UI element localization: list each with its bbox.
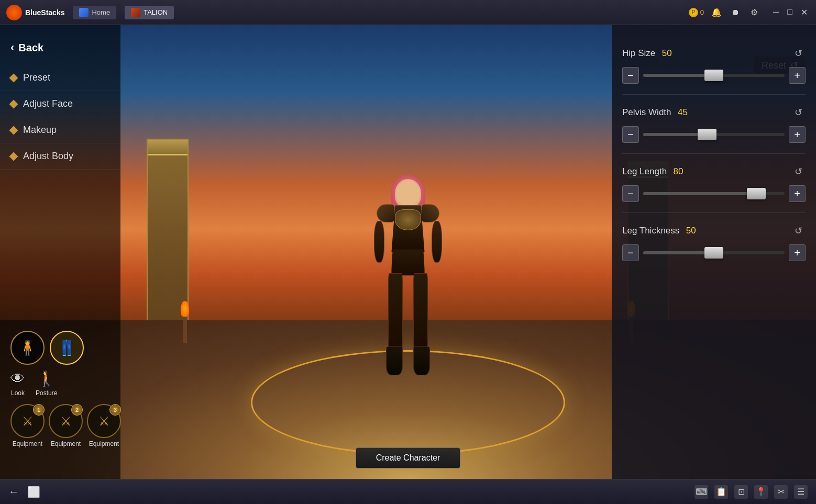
equipment-icon-3: ⚔ 3 [87, 404, 121, 438]
equipment-label-1: Equipment [13, 440, 42, 447]
leg-length-minus-button[interactable]: − [622, 185, 639, 202]
pants-avatar-icon: 👖 [58, 339, 76, 356]
pelvis-width-thumb [698, 129, 716, 140]
back-button[interactable]: ‹ Back [0, 36, 120, 65]
tab-talion[interactable]: TALION [125, 6, 174, 19]
posture-icon: 🚶 [37, 370, 56, 387]
create-character-button[interactable]: Create Character [356, 447, 460, 468]
char-shoulder-right [421, 204, 439, 222]
hip-size-reset-button[interactable]: ↺ [791, 46, 806, 61]
hip-size-thumb [704, 70, 723, 81]
char-waist [391, 250, 425, 276]
record-icon[interactable]: ⏺ [729, 6, 742, 19]
slider-label-row-hip: Hip Size 50 [622, 48, 672, 59]
torch-body-left [183, 317, 187, 343]
torch-flame-left [181, 301, 189, 317]
bottom-left-nav: ← ⬜ [8, 486, 40, 498]
slider-group-leg-length: Leg Length 80 ↺ − + [622, 154, 806, 202]
slider-group-pelvis-width: Pelvis Width 45 ↺ − + [622, 95, 806, 143]
hip-size-slider-track[interactable] [643, 74, 785, 77]
hip-size-minus-button[interactable]: − [622, 67, 639, 84]
game-tab-icon [131, 8, 140, 17]
tab-home[interactable]: Home [73, 6, 116, 19]
adjust-body-diamond-icon [9, 152, 18, 161]
adjust-body-label: Adjust Body [23, 151, 73, 162]
tab-talion-label: TALION [144, 8, 168, 16]
left-sidebar: ‹ Back Preset Adjust Face Makeup Adjust … [0, 25, 120, 479]
pelvis-width-reset-button[interactable]: ↺ [791, 105, 806, 120]
close-button[interactable]: ✕ [799, 7, 810, 17]
leg-length-reset-button[interactable]: ↺ [791, 164, 806, 179]
leg-length-plus-button[interactable]: + [789, 185, 806, 202]
leg-length-thumb [747, 188, 766, 199]
preset-diamond-icon [9, 73, 18, 82]
leg-thickness-minus-button[interactable]: − [622, 244, 639, 261]
look-posture-group: 👁 Look 🚶 Posture [10, 370, 121, 397]
slider-header-leg-length: Leg Length 80 ↺ [622, 164, 806, 179]
home-nav-icon[interactable]: ⬜ [27, 486, 40, 498]
notification-icon[interactable]: 🔔 [710, 6, 723, 19]
look-button[interactable]: 👁 Look [10, 370, 25, 397]
char-leg-left [388, 273, 403, 352]
topbar-right-icons: P 0 🔔 ⏺ ⚙ ─ □ ✕ [689, 6, 810, 19]
body-avatar-button[interactable]: 🧍 [10, 331, 45, 365]
char-boot-left [386, 346, 403, 375]
menu-icon[interactable]: ☰ [794, 485, 808, 499]
screen-icon[interactable]: ⊡ [734, 485, 748, 499]
character-figure [361, 179, 455, 388]
slider-header-leg-thickness: Leg Thickness 50 ↺ [622, 223, 806, 238]
coin-icon: P [689, 8, 698, 17]
look-icon: 👁 [10, 370, 25, 387]
leg-length-label: Leg Length [622, 166, 667, 176]
equipment-item-1[interactable]: ⚔ 1 Equipment [10, 404, 45, 447]
pelvis-width-slider-track[interactable] [643, 133, 785, 136]
coin-count: 0 [700, 8, 704, 16]
leg-length-slider-track[interactable] [643, 192, 785, 195]
equipment-item-2[interactable]: ⚔ 2 Equipment [49, 404, 83, 447]
slider-label-row-leg-length: Leg Length 80 [622, 166, 683, 177]
equipment-badge-3: 3 [109, 404, 121, 416]
posture-label: Posture [36, 389, 57, 397]
posture-button[interactable]: 🚶 Posture [36, 370, 57, 397]
makeup-diamond-icon [9, 126, 18, 135]
pin-icon[interactable]: 📍 [754, 485, 768, 499]
menu-item-makeup[interactable]: Makeup [0, 117, 120, 143]
window-controls: ─ □ ✕ [771, 7, 810, 17]
hip-size-plus-button[interactable]: + [789, 67, 806, 84]
clipboard-icon[interactable]: 📋 [714, 485, 728, 499]
leg-thickness-slider-track[interactable] [643, 251, 785, 254]
leg-length-controls: − + [622, 185, 806, 202]
maximize-button[interactable]: □ [785, 7, 795, 17]
scissors-icon[interactable]: ✂ [774, 485, 788, 499]
pelvis-width-minus-button[interactable]: − [622, 126, 639, 143]
coin-badge: P 0 [689, 8, 704, 17]
menu-item-adjust-body[interactable]: Adjust Body [0, 143, 120, 170]
bluestacks-topbar: BlueStacks Home TALION P 0 🔔 ⏺ ⚙ ─ □ ✕ [0, 0, 816, 25]
bottom-left-controls: 🧍 👖 👁 Look 🚶 Posture [10, 331, 121, 447]
back-arrow-icon: ‹ [10, 41, 14, 54]
keyboard-icon[interactable]: ⌨ [694, 485, 708, 499]
char-body [377, 179, 439, 378]
adjust-face-diamond-icon [9, 99, 18, 108]
menu-item-preset[interactable]: Preset [0, 65, 120, 91]
equipment-item-3[interactable]: ⚔ 3 Equipment [87, 404, 121, 447]
leg-thickness-controls: − + [622, 244, 806, 261]
hip-size-value: 50 [662, 48, 672, 58]
leg-thickness-label: Leg Thickness [622, 226, 679, 236]
char-leg-right [413, 273, 428, 352]
slider-header-hip-size: Hip Size 50 ↺ [622, 46, 806, 61]
adjust-face-label: Adjust Face [23, 98, 73, 109]
leg-thickness-reset-button[interactable]: ↺ [791, 223, 806, 238]
menu-item-adjust-face[interactable]: Adjust Face [0, 91, 120, 117]
back-nav-icon[interactable]: ← [8, 486, 19, 498]
pelvis-width-value: 45 [678, 107, 688, 117]
game-area: ‹ Back Preset Adjust Face Makeup Adjust … [0, 25, 816, 479]
leg-thickness-plus-button[interactable]: + [789, 244, 806, 261]
pelvis-width-plus-button[interactable]: + [789, 126, 806, 143]
look-label: Look [11, 389, 25, 397]
pants-avatar-button[interactable]: 👖 [50, 331, 84, 365]
bluestacks-logo: BlueStacks [6, 5, 64, 20]
equipment-label-2: Equipment [51, 440, 81, 447]
settings-icon[interactable]: ⚙ [748, 6, 760, 19]
minimize-button[interactable]: ─ [771, 7, 781, 17]
